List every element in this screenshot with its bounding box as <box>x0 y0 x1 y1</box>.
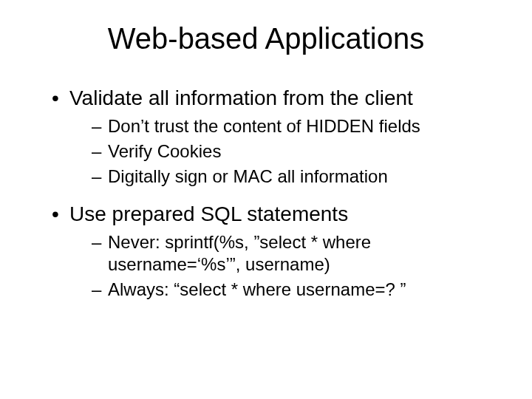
slide-title: Web-based Applications <box>37 22 495 55</box>
sub-bullet-text: Never: sprintf(%s, ”select * where usern… <box>108 232 371 274</box>
sub-bullet-list: Don’t trust the content of HIDDEN fields… <box>69 115 495 188</box>
sub-bullet-item: Always: “select * where username=? ” <box>92 279 495 301</box>
sub-bullet-item: Digitally sign or MAC all information <box>92 166 495 188</box>
sub-bullet-text: Always: “select * where username=? ” <box>108 279 406 299</box>
bullet-text: Validate all information from the client <box>69 86 413 109</box>
bullet-item: Validate all information from the client… <box>52 85 495 188</box>
bullet-item: Use prepared SQL statements Never: sprin… <box>52 201 495 301</box>
sub-bullet-list: Never: sprintf(%s, ”select * where usern… <box>69 231 495 301</box>
sub-bullet-text: Don’t trust the content of HIDDEN fields <box>108 116 420 136</box>
bullet-text: Use prepared SQL statements <box>69 202 348 225</box>
sub-bullet-item: Verify Cookies <box>92 140 495 163</box>
sub-bullet-item: Don’t trust the content of HIDDEN fields <box>92 115 495 137</box>
sub-bullet-text: Digitally sign or MAC all information <box>108 166 388 186</box>
slide: Web-based Applications Validate all info… <box>0 0 532 399</box>
sub-bullet-text: Verify Cookies <box>108 141 221 161</box>
bullet-list: Validate all information from the client… <box>37 85 495 301</box>
sub-bullet-item: Never: sprintf(%s, ”select * where usern… <box>92 231 495 276</box>
